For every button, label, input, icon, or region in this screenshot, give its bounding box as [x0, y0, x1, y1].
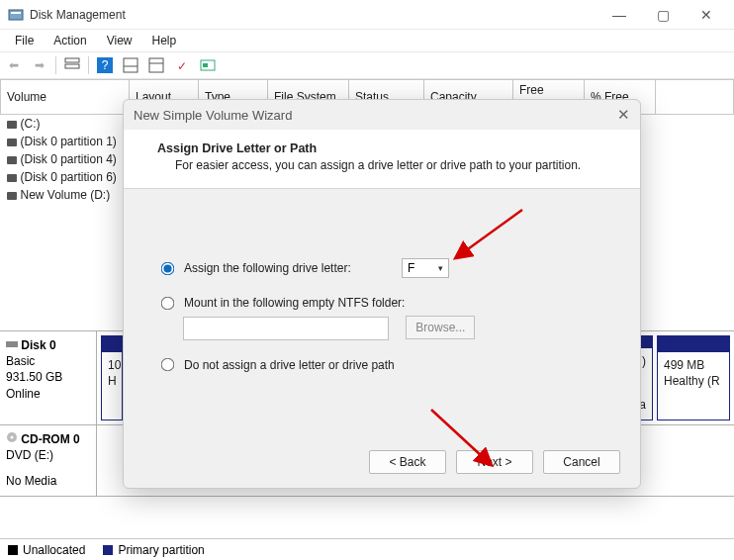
disk-icon: [6, 338, 18, 352]
refresh-icon[interactable]: ✓: [172, 55, 192, 75]
menu-view[interactable]: View: [97, 32, 142, 49]
wizard-header: New Simple Volume Wizard ✕: [124, 100, 640, 130]
disk-status: Online: [6, 386, 90, 402]
close-button[interactable]: ✕: [685, 0, 728, 30]
wizard-title: New Simple Volume Wizard: [134, 108, 292, 123]
views-icon[interactable]: [62, 55, 82, 75]
disk-icon: [7, 121, 17, 129]
radio-no-assign: Do not assign a drive letter or drive pa…: [161, 358, 602, 372]
svg-rect-6: [124, 58, 138, 72]
partition[interactable]: 499 MBHealthy (R: [657, 335, 730, 420]
radio-no-assign-label: Do not assign a drive letter or drive pa…: [184, 358, 395, 372]
svg-text:✓: ✓: [177, 59, 187, 72]
grid-bottom-icon[interactable]: [121, 55, 140, 75]
svg-rect-13: [6, 341, 18, 347]
col-volume[interactable]: Volume: [1, 80, 130, 115]
disk-name: CD-ROM 0: [6, 431, 90, 447]
drive-letter-select[interactable]: F ▾: [402, 258, 449, 278]
back-icon[interactable]: ⬅: [4, 55, 24, 75]
minimize-button[interactable]: —: [597, 0, 641, 30]
disk-name: Disk 0: [6, 337, 90, 353]
svg-rect-8: [149, 58, 163, 72]
svg-rect-3: [65, 64, 79, 68]
disk-type: Basic: [6, 353, 90, 369]
radio-assign-letter: Assign the following drive letter: F ▾: [161, 258, 602, 278]
radio-assign-letter-label: Assign the following drive letter:: [184, 261, 402, 275]
wizard-subtitle: For easier access, you can assign a driv…: [175, 158, 620, 172]
disk-type: DVD (E:): [6, 447, 90, 463]
wizard-dialog: New Simple Volume Wizard ✕ Assign Drive …: [123, 99, 641, 489]
mount-path-input[interactable]: [183, 317, 389, 340]
disk-metadata: CD-ROM 0 DVD (E:) No Media: [0, 425, 97, 496]
disk-icon: [7, 174, 17, 182]
radio-mount-folder: Mount in the following empty NTFS folder…: [161, 296, 602, 310]
partition[interactable]: 10H: [101, 335, 123, 420]
forward-icon[interactable]: ➡: [30, 55, 49, 75]
svg-rect-1: [11, 12, 21, 14]
disk-metadata: Disk 0 Basic 931.50 GB Online: [0, 331, 97, 424]
radio-mount-folder-input[interactable]: [161, 296, 175, 310]
legend-primary: Primary partition: [103, 543, 204, 557]
back-button[interactable]: < Back: [369, 450, 446, 474]
menu-help[interactable]: Help: [142, 32, 187, 49]
radio-assign-letter-input[interactable]: [161, 261, 175, 275]
svg-rect-12: [203, 63, 208, 67]
cancel-button[interactable]: Cancel: [543, 450, 620, 474]
help-icon[interactable]: ?: [95, 55, 115, 75]
menubar: File Action View Help: [0, 30, 734, 51]
titlebar: Disk Management — ▢ ✕: [0, 0, 734, 30]
legend: Unallocated Primary partition: [0, 538, 734, 560]
next-button[interactable]: Next >: [456, 450, 533, 474]
radio-mount-folder-label: Mount in the following empty NTFS folder…: [184, 296, 405, 310]
radio-no-assign-input[interactable]: [161, 358, 175, 372]
svg-point-15: [11, 436, 14, 439]
drive-letter-value: F: [408, 261, 414, 275]
svg-rect-2: [65, 58, 79, 62]
disk-size: 931.50 GB: [6, 369, 90, 385]
grid-top-icon[interactable]: [146, 55, 166, 75]
swatch-black-icon: [8, 545, 18, 555]
menu-action[interactable]: Action: [44, 32, 96, 49]
svg-rect-0: [9, 10, 23, 20]
disk-icon: [7, 139, 17, 146]
cd-icon: [6, 432, 18, 446]
wizard-heading: Assign Drive Letter or Path: [157, 141, 620, 155]
maximize-button[interactable]: ▢: [641, 0, 685, 30]
window-title: Disk Management: [30, 8, 126, 22]
close-icon[interactable]: ✕: [617, 106, 630, 124]
settings-icon[interactable]: [198, 55, 218, 75]
wizard-body: Assign the following drive letter: F ▾ M…: [124, 189, 640, 400]
svg-text:?: ?: [102, 58, 109, 72]
disk-mgmt-icon: [8, 7, 24, 23]
swatch-navy-icon: [103, 545, 113, 555]
menu-file[interactable]: File: [5, 32, 44, 49]
toolbar: ⬅ ➡ ? ✓: [0, 51, 734, 79]
wizard-page-header: Assign Drive Letter or Path For easier a…: [124, 130, 640, 189]
chevron-down-icon: ▾: [438, 263, 443, 273]
wizard-footer: < Back Next > Cancel: [369, 450, 620, 474]
browse-button[interactable]: Browse...: [406, 316, 475, 339]
disk-status: No Media: [6, 473, 90, 489]
disk-icon: [7, 156, 17, 164]
disk-icon: [7, 192, 17, 200]
legend-unallocated: Unallocated: [8, 543, 85, 557]
